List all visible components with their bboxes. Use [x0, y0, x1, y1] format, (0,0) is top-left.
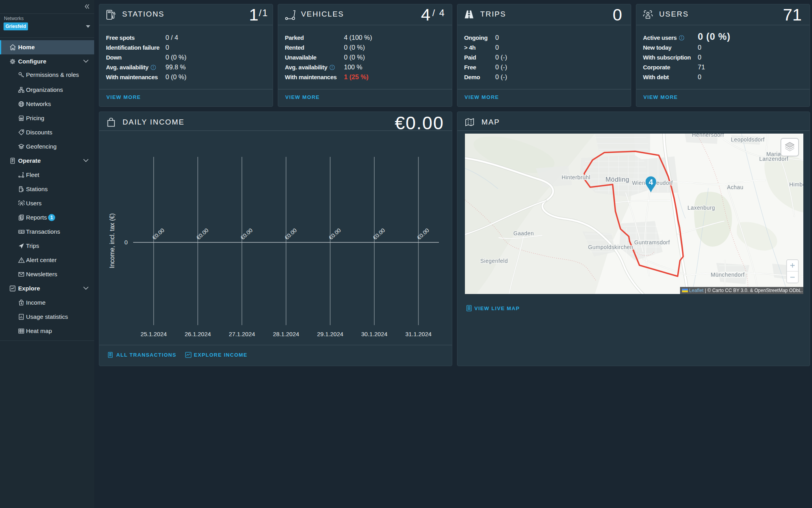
svg-text:| © Carto CC BY 3.0. & OpenStr: | © Carto CC BY 3.0. & OpenStreetMap ODb…: [705, 288, 803, 293]
svg-text:26.1.2024: 26.1.2024: [185, 331, 211, 337]
svg-text:€0.00: €0.00: [195, 227, 210, 241]
svg-text:Laxenburg: Laxenburg: [688, 205, 715, 211]
svg-text:Achau: Achau: [727, 184, 743, 190]
svg-text:Lanzendorf: Lanzendorf: [759, 156, 788, 162]
svg-text:Gaaden: Gaaden: [513, 230, 534, 236]
svg-text:€0.00: €0.00: [327, 227, 342, 241]
svg-text:4: 4: [648, 178, 653, 186]
svg-text:Guntramsdorf: Guntramsdorf: [634, 239, 670, 246]
svg-text:27.1.2024: 27.1.2024: [229, 331, 255, 337]
svg-text:31.1.2024: 31.1.2024: [405, 331, 432, 337]
svg-text:€0.00: €0.00: [151, 227, 165, 241]
svg-text:Hennersdorf: Hennersdorf: [692, 134, 724, 138]
svg-text:Himberg: Himberg: [789, 181, 803, 188]
svg-text:Mödling: Mödling: [606, 176, 630, 183]
svg-text:Gumpoldskirchen: Gumpoldskirchen: [588, 244, 634, 250]
svg-text:29.1.2024: 29.1.2024: [317, 331, 344, 337]
svg-text:Leopoldsdorf: Leopoldsdorf: [731, 136, 765, 143]
svg-text:25.1.2024: 25.1.2024: [141, 331, 167, 337]
svg-text:30.1.2024: 30.1.2024: [361, 331, 388, 337]
svg-text:€0.00: €0.00: [372, 227, 386, 241]
svg-text:Hinterbrühl: Hinterbrühl: [562, 174, 591, 180]
svg-text:0: 0: [124, 239, 128, 246]
svg-text:Income, incl. tax (€): Income, incl. tax (€): [109, 213, 115, 268]
svg-text:28.1.2024: 28.1.2024: [273, 331, 299, 337]
svg-text:Münchendorf: Münchendorf: [711, 272, 745, 278]
svg-text:Siegenfeld: Siegenfeld: [480, 258, 508, 264]
svg-text:€0.00: €0.00: [283, 227, 298, 241]
svg-text:€0.00: €0.00: [239, 227, 254, 241]
svg-text:€0.00: €0.00: [416, 227, 430, 241]
svg-text:Leaflet: Leaflet: [689, 288, 704, 293]
